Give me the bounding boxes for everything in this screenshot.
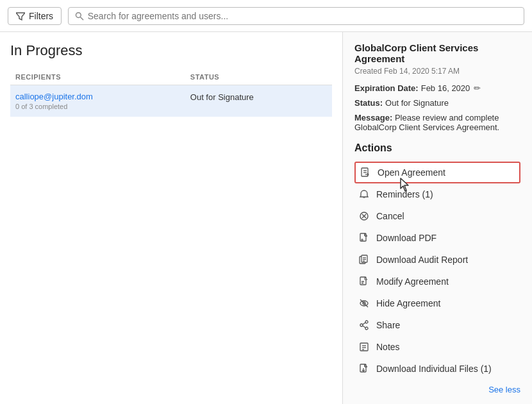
recipient-email: calliope@jupiter.dom (15, 92, 180, 101)
search-input[interactable] (88, 11, 517, 21)
action-reminders[interactable]: Reminders (1) (354, 183, 520, 205)
cancel-icon (358, 210, 370, 222)
table-row[interactable]: calliope@jupiter.dom 0 of 3 completed Ou… (10, 85, 332, 117)
action-download-pdf[interactable]: Download PDF (354, 227, 520, 249)
svg-line-2 (81, 17, 83, 19)
download-individual-files-label: Download Individual Files (1) (376, 364, 492, 374)
svg-point-1 (76, 12, 81, 17)
top-bar: Filters (0, 0, 532, 32)
download-audit-report-label: Download Audit Report (376, 255, 468, 265)
reminders-icon (358, 189, 370, 200)
col-recipients: RECIPIENTS (10, 69, 185, 85)
filter-icon (16, 12, 25, 21)
edit-expiration-icon[interactable]: ✏ (474, 83, 481, 93)
svg-point-24 (360, 324, 363, 326)
download-pdf-label: Download PDF (376, 233, 436, 243)
search-icon (75, 12, 84, 21)
share-label: Share (376, 320, 400, 330)
filter-button[interactable]: Filters (8, 7, 62, 25)
action-share[interactable]: Share (354, 314, 520, 336)
cancel-label: Cancel (376, 211, 404, 221)
svg-line-27 (363, 326, 365, 328)
action-download-individual-files[interactable]: Download Individual Files (1) (354, 358, 520, 380)
expiration-value: Feb 16, 2020 (421, 83, 470, 93)
expiration-label: Expiration Date: (354, 83, 419, 93)
right-panel: GlobalCorp Client Services Agreement Cre… (343, 32, 532, 404)
action-hide-agreement[interactable]: Hide Agreement (354, 292, 520, 314)
notes-label: Notes (376, 342, 400, 352)
action-notes[interactable]: Notes (354, 336, 520, 358)
action-cancel[interactable]: Cancel (354, 205, 520, 227)
svg-marker-0 (16, 13, 25, 20)
see-less-link[interactable]: See less (488, 385, 520, 394)
svg-line-26 (363, 323, 365, 324)
download-pdf-icon (358, 232, 370, 244)
status-label: Status: (354, 98, 383, 108)
actions-title: Actions (354, 142, 520, 154)
status-row: Status: Out for Signature (354, 98, 520, 108)
action-open-agreement[interactable]: Open Agreement (354, 162, 520, 183)
status-text: Out for Signature (190, 92, 327, 102)
message-row: Message: Please review and complete Glob… (354, 113, 520, 132)
notes-icon (358, 341, 370, 353)
svg-point-23 (365, 321, 368, 323)
message-label: Message: (354, 113, 392, 122)
modify-agreement-label: Modify Agreement (376, 276, 449, 287)
hide-agreement-label: Hide Agreement (376, 298, 440, 308)
agreement-title: GlobalCorp Client Services Agreement (354, 42, 520, 64)
svg-point-25 (365, 327, 368, 330)
open-agreement-label: Open Agreement (378, 167, 445, 178)
created-date: Created Feb 14, 2020 5:17 AM (354, 67, 520, 76)
open-agreement-icon (360, 167, 371, 178)
modify-agreement-icon (358, 276, 370, 287)
share-icon (358, 319, 370, 331)
status-value: Out for Signature (385, 98, 449, 108)
page-title: In Progress (10, 42, 332, 59)
expiration-row: Expiration Date: Feb 16, 2020 ✏ (354, 83, 520, 93)
recipients-table: RECIPIENTS STATUS calliope@jupiter.dom 0… (10, 69, 332, 117)
download-audit-report-icon (358, 254, 370, 265)
hide-agreement-icon (358, 298, 370, 309)
search-box (68, 7, 524, 25)
reminders-label: Reminders (1) (376, 189, 433, 199)
left-panel: In Progress RECIPIENTS STATUS calliope@j… (0, 32, 343, 404)
download-individual-files-icon (358, 363, 370, 375)
action-modify-agreement[interactable]: Modify Agreement (354, 271, 520, 292)
filter-label: Filters (29, 11, 53, 21)
action-download-audit-report[interactable]: Download Audit Report (354, 249, 520, 271)
recipient-sub: 0 of 3 completed (15, 103, 180, 110)
see-less-container: See less (354, 380, 520, 397)
col-status: STATUS (185, 69, 332, 85)
main-layout: In Progress RECIPIENTS STATUS calliope@j… (0, 32, 532, 404)
actions-list: Open Agreement Reminders (1) Cancel Down… (354, 162, 520, 380)
